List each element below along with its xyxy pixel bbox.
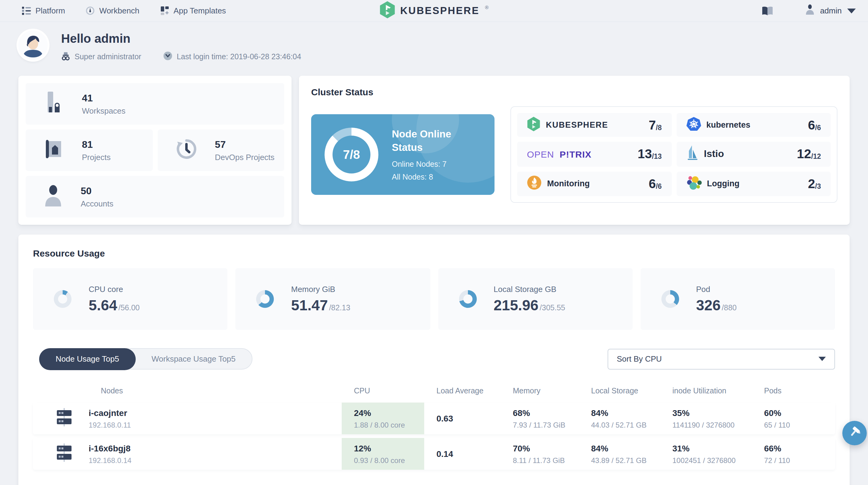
component-total: /3 [815,183,821,190]
platform-stats-card: 41 Workspaces 81 Projects [18,76,291,225]
component-total: /6 [815,124,821,131]
tab-workspace-usage-top5[interactable]: Workspace Usage Top5 [135,348,252,369]
pod-donut [661,290,679,308]
resource-used: 215.96 [494,297,538,314]
kubesphere-dashboard: Platform Workbench App Templates KUBESPH… [0,0,868,485]
col-header-nodes: Nodes [33,387,342,395]
table-row-node-2[interactable]: i-16x6bgj8 192.168.0.14 12% 0.93 / 8.00 … [33,438,835,470]
avatar[interactable] [18,31,48,60]
component-name: Logging [707,179,739,188]
component-kubernetes: kubernetes 6/6 [676,113,831,137]
app-templates-icon [160,6,169,15]
devops-projects-icon [176,139,196,162]
resource-used: 51.47 [291,297,328,314]
accounts-label: Accounts [81,199,114,208]
nav-platform[interactable]: Platform [22,6,65,15]
stat-tile-devops[interactable]: 57 DevOps Projects [157,129,284,171]
col-header-storage: Local Storage [579,387,660,395]
inode-cell: 31% 1002451 / 3276800 [660,443,752,464]
memory-cell: 70% 8.11 / 11.73 GiB [501,443,579,464]
last-login-label: Last login time: 2019-06-28 23:46:04 [177,53,301,61]
col-header-pods: Pods [752,387,835,395]
user-role: Super administrator [61,52,141,62]
pods-cell: 60% 65 / 110 [752,408,835,429]
col-header-inode: inode Utilization [660,387,752,395]
user-greeting-header: Hello admin Super administrator Last log… [0,22,868,62]
resource-label: Memory GiB [291,284,350,293]
component-name: kubernetes [706,120,750,129]
clock-icon [163,51,173,62]
resource-label: Pod [696,284,737,293]
workspaces-label: Workspaces [82,106,126,115]
resource-total: /880 [722,303,737,312]
load-average-cell: 0.63 [424,414,501,423]
cluster-status-title: Cluster Status [311,87,837,97]
hero-text: Hello admin Super administrator Last log… [61,31,301,62]
stat-tile-accounts[interactable]: 50 Accounts [26,176,284,218]
cluster-status-card: Cluster Status 7/8 Node Online Status On… [299,76,850,225]
component-kubesphere: KUBESPHERE 7/8 [517,113,672,137]
resource-tile-pod: Pod 326/880 [641,268,835,330]
resource-total: /56.00 [118,303,140,312]
monitoring-icon [527,175,541,192]
documentation-icon[interactable] [761,6,773,15]
workspaces-icon [44,92,64,116]
component-total: /12 [811,153,821,160]
stat-tile-projects[interactable]: 81 Projects [26,129,153,171]
component-istio: Istio 12/12 [676,142,831,167]
component-value: 13 [638,147,652,162]
accounts-count: 50 [81,185,114,196]
devops-label: DevOps Projects [215,152,275,162]
resource-tile-cpu: CPU core 5.64/56.00 [33,268,228,330]
component-value: 12 [797,147,811,162]
col-header-load: Load Average [424,387,501,395]
sort-by-dropdown[interactable]: Sort By CPU [608,349,835,369]
nav-app-templates[interactable]: App Templates [160,6,226,15]
component-total: /6 [656,183,662,190]
component-value: 7 [649,118,656,132]
greeting-title: Hello admin [61,32,301,46]
storage-donut [459,290,476,308]
cpu-cell: 24% 1.88 / 8.00 core [342,402,424,434]
kubernetes-icon [686,117,701,133]
user-icon [805,4,814,17]
role-icon [61,52,70,62]
inode-cell: 35% 1141190 / 3276800 [660,408,752,429]
nav-platform-label: Platform [35,6,65,15]
stat-tile-workspaces[interactable]: 41 Workspaces [26,83,284,125]
sort-by-value: Sort By CPU [617,354,662,363]
component-total: /8 [656,124,662,131]
tab-node-usage-top5[interactable]: Node Usage Top5 [39,348,136,370]
resource-used: 5.64 [89,297,117,314]
nav-workbench[interactable]: Workbench [86,6,140,15]
projects-count: 81 [82,139,111,150]
user-menu[interactable]: admin [805,4,856,17]
istio-icon [686,146,699,163]
local-storage-cell: 84% 43.89 / 52.71 GB [579,443,660,464]
node-name[interactable]: i-16x6bgj8 [89,443,131,453]
resource-tile-memory: Memory GiB 51.47/82.13 [236,268,430,330]
node-name[interactable]: i-caojnter [89,408,131,418]
kubesphere-logo[interactable]: KUBESPHERE® [379,1,488,21]
platform-icon [22,6,31,15]
kubesphere-icon [527,117,540,133]
memory-donut [256,290,274,308]
cpu-cell: 12% 0.93 / 8.00 core [342,438,424,470]
last-login: Last login time: 2019-06-28 23:46:04 [163,51,301,62]
node-online-status-card: 7/8 Node Online Status Online Nodes: 7 A… [311,114,495,195]
server-icon [55,408,73,429]
toolbox-button[interactable] [842,421,867,445]
component-logging: Logging 2/3 [676,171,831,196]
memory-cell: 68% 7.93 / 11.73 GiB [501,408,579,429]
workspaces-count: 41 [82,93,126,103]
top-nav-bar: Platform Workbench App Templates KUBESPH… [0,0,868,22]
resource-label: CPU core [89,284,140,293]
col-header-cpu: CPU [342,387,424,395]
table-row-node-1[interactable]: i-caojnter 192.168.0.11 24% 1.88 / 8.00 … [33,402,835,434]
node-online-title: Node Online Status [392,128,471,154]
caret-down-icon [818,357,826,361]
hammer-icon [848,425,861,441]
workbench-icon [86,6,95,15]
projects-label: Projects [82,152,111,162]
resource-tiles: CPU core 5.64/56.00 Memory GiB 51.47/82.… [33,268,835,330]
